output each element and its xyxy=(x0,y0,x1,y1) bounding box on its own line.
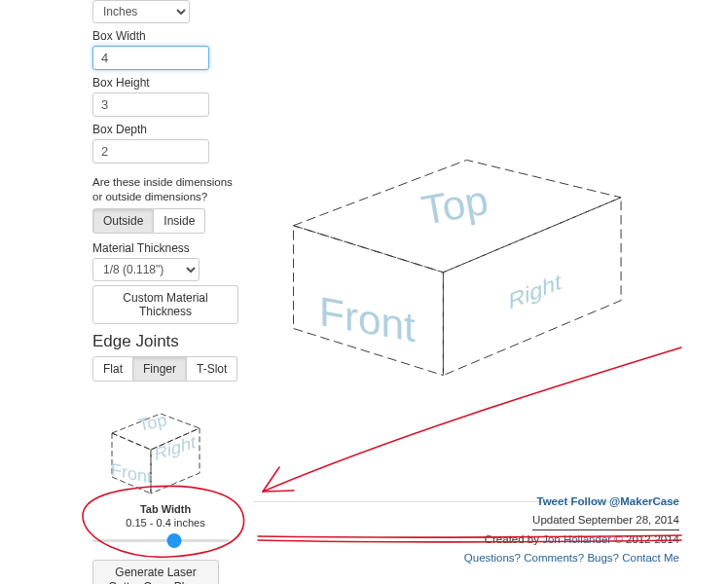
created-by-line: Created by Jon Hollander © 2012-2014 xyxy=(464,530,679,548)
tslot-button[interactable]: T-Slot xyxy=(187,356,237,382)
box-preview: Top Front Right xyxy=(263,146,642,389)
author-link[interactable]: Jon Hollander xyxy=(542,533,611,545)
edge-joints-toggle: Flat Finger T-Slot xyxy=(92,356,238,382)
tab-width-slider[interactable] xyxy=(92,532,229,550)
box-depth-label: Box Depth xyxy=(92,123,238,136)
footer: Tweet Follow @MakerCase Updated Septembe… xyxy=(464,493,679,566)
svg-text:Front: Front xyxy=(319,287,416,350)
contact-link[interactable]: Questions? Comments? Bugs? Contact Me xyxy=(464,552,679,564)
box-height-input[interactable] xyxy=(92,92,209,117)
edge-joint-thumbnail: Top Front Right xyxy=(92,389,219,501)
dimensions-toggle: Outside Inside xyxy=(92,208,238,234)
generate-plans-button[interactable]: Generate Laser Cutter Case Plans xyxy=(92,560,219,584)
svg-text:Right: Right xyxy=(155,431,196,464)
material-thickness-label: Material Thickness xyxy=(92,241,238,255)
tweet-link[interactable]: Tweet xyxy=(536,495,567,507)
box-width-label: Box Width xyxy=(92,29,238,43)
follow-link[interactable]: Follow @MakerCase xyxy=(570,495,679,507)
custom-thickness-button[interactable]: Custom Material Thickness xyxy=(92,285,238,324)
finger-button[interactable]: Finger xyxy=(133,356,187,382)
box-width-input[interactable] xyxy=(92,46,209,70)
svg-text:Front: Front xyxy=(111,459,152,488)
dimensions-question: Are these inside dimensions or outside d… xyxy=(92,175,238,204)
svg-text:Top: Top xyxy=(136,410,168,435)
inside-button[interactable]: Inside xyxy=(154,208,205,234)
tab-width-label: Tab Width xyxy=(92,503,238,515)
flat-button[interactable]: Flat xyxy=(92,356,133,382)
units-select[interactable]: Inches xyxy=(92,0,190,23)
svg-text:Right: Right xyxy=(509,268,562,314)
updated-text: Updated September 28, 2014 xyxy=(532,511,679,530)
tab-width-range: 0.15 - 0.4 inches xyxy=(92,517,238,529)
edge-joints-heading: Edge Joints xyxy=(92,332,238,351)
material-thickness-select[interactable]: 1/8 (0.118") xyxy=(92,258,200,281)
svg-text:Top: Top xyxy=(419,177,491,234)
box-height-label: Box Height xyxy=(92,76,238,90)
outside-button[interactable]: Outside xyxy=(92,208,154,234)
box-depth-input[interactable] xyxy=(92,139,209,164)
slider-thumb-icon[interactable] xyxy=(167,533,182,548)
